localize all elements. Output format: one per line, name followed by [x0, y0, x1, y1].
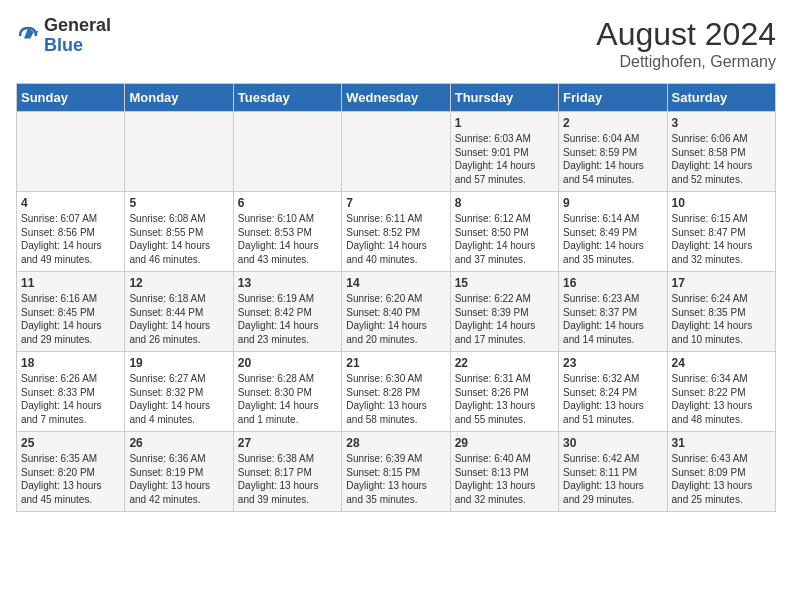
day-info: Sunrise: 6:10 AM Sunset: 8:53 PM Dayligh… [238, 212, 337, 266]
logo-blue-text: Blue [44, 36, 111, 56]
day-cell [233, 112, 341, 192]
day-cell: 1Sunrise: 6:03 AM Sunset: 9:01 PM Daylig… [450, 112, 558, 192]
day-info: Sunrise: 6:08 AM Sunset: 8:55 PM Dayligh… [129, 212, 228, 266]
day-info: Sunrise: 6:43 AM Sunset: 8:09 PM Dayligh… [672, 452, 771, 506]
col-header-tuesday: Tuesday [233, 84, 341, 112]
calendar-table: SundayMondayTuesdayWednesdayThursdayFrid… [16, 83, 776, 512]
col-header-monday: Monday [125, 84, 233, 112]
day-cell: 4Sunrise: 6:07 AM Sunset: 8:56 PM Daylig… [17, 192, 125, 272]
day-info: Sunrise: 6:40 AM Sunset: 8:13 PM Dayligh… [455, 452, 554, 506]
title-block: August 2024 Dettighofen, Germany [596, 16, 776, 71]
logo: General Blue [16, 16, 111, 56]
day-info: Sunrise: 6:12 AM Sunset: 8:50 PM Dayligh… [455, 212, 554, 266]
week-row-5: 25Sunrise: 6:35 AM Sunset: 8:20 PM Dayli… [17, 432, 776, 512]
day-info: Sunrise: 6:32 AM Sunset: 8:24 PM Dayligh… [563, 372, 662, 426]
day-cell: 23Sunrise: 6:32 AM Sunset: 8:24 PM Dayli… [559, 352, 667, 432]
week-row-4: 18Sunrise: 6:26 AM Sunset: 8:33 PM Dayli… [17, 352, 776, 432]
day-cell: 8Sunrise: 6:12 AM Sunset: 8:50 PM Daylig… [450, 192, 558, 272]
day-cell: 9Sunrise: 6:14 AM Sunset: 8:49 PM Daylig… [559, 192, 667, 272]
day-cell: 18Sunrise: 6:26 AM Sunset: 8:33 PM Dayli… [17, 352, 125, 432]
day-number: 30 [563, 436, 662, 450]
day-info: Sunrise: 6:26 AM Sunset: 8:33 PM Dayligh… [21, 372, 120, 426]
day-number: 7 [346, 196, 445, 210]
day-number: 29 [455, 436, 554, 450]
day-cell: 5Sunrise: 6:08 AM Sunset: 8:55 PM Daylig… [125, 192, 233, 272]
day-cell: 14Sunrise: 6:20 AM Sunset: 8:40 PM Dayli… [342, 272, 450, 352]
day-cell: 22Sunrise: 6:31 AM Sunset: 8:26 PM Dayli… [450, 352, 558, 432]
day-cell: 11Sunrise: 6:16 AM Sunset: 8:45 PM Dayli… [17, 272, 125, 352]
day-cell: 28Sunrise: 6:39 AM Sunset: 8:15 PM Dayli… [342, 432, 450, 512]
day-info: Sunrise: 6:15 AM Sunset: 8:47 PM Dayligh… [672, 212, 771, 266]
day-number: 10 [672, 196, 771, 210]
day-cell: 13Sunrise: 6:19 AM Sunset: 8:42 PM Dayli… [233, 272, 341, 352]
location-subtitle: Dettighofen, Germany [596, 53, 776, 71]
day-info: Sunrise: 6:35 AM Sunset: 8:20 PM Dayligh… [21, 452, 120, 506]
day-number: 20 [238, 356, 337, 370]
day-cell: 29Sunrise: 6:40 AM Sunset: 8:13 PM Dayli… [450, 432, 558, 512]
day-info: Sunrise: 6:38 AM Sunset: 8:17 PM Dayligh… [238, 452, 337, 506]
day-info: Sunrise: 6:28 AM Sunset: 8:30 PM Dayligh… [238, 372, 337, 426]
day-cell: 15Sunrise: 6:22 AM Sunset: 8:39 PM Dayli… [450, 272, 558, 352]
day-info: Sunrise: 6:24 AM Sunset: 8:35 PM Dayligh… [672, 292, 771, 346]
day-info: Sunrise: 6:42 AM Sunset: 8:11 PM Dayligh… [563, 452, 662, 506]
day-number: 5 [129, 196, 228, 210]
col-header-saturday: Saturday [667, 84, 775, 112]
day-cell: 2Sunrise: 6:04 AM Sunset: 8:59 PM Daylig… [559, 112, 667, 192]
day-number: 26 [129, 436, 228, 450]
day-info: Sunrise: 6:23 AM Sunset: 8:37 PM Dayligh… [563, 292, 662, 346]
day-cell: 27Sunrise: 6:38 AM Sunset: 8:17 PM Dayli… [233, 432, 341, 512]
col-header-sunday: Sunday [17, 84, 125, 112]
day-cell: 16Sunrise: 6:23 AM Sunset: 8:37 PM Dayli… [559, 272, 667, 352]
day-info: Sunrise: 6:27 AM Sunset: 8:32 PM Dayligh… [129, 372, 228, 426]
day-cell: 10Sunrise: 6:15 AM Sunset: 8:47 PM Dayli… [667, 192, 775, 272]
day-number: 31 [672, 436, 771, 450]
day-number: 18 [21, 356, 120, 370]
day-number: 23 [563, 356, 662, 370]
day-cell [125, 112, 233, 192]
day-number: 24 [672, 356, 771, 370]
day-number: 11 [21, 276, 120, 290]
day-info: Sunrise: 6:20 AM Sunset: 8:40 PM Dayligh… [346, 292, 445, 346]
day-number: 16 [563, 276, 662, 290]
day-cell: 31Sunrise: 6:43 AM Sunset: 8:09 PM Dayli… [667, 432, 775, 512]
day-info: Sunrise: 6:34 AM Sunset: 8:22 PM Dayligh… [672, 372, 771, 426]
day-number: 12 [129, 276, 228, 290]
day-number: 1 [455, 116, 554, 130]
day-number: 21 [346, 356, 445, 370]
day-number: 14 [346, 276, 445, 290]
day-info: Sunrise: 6:22 AM Sunset: 8:39 PM Dayligh… [455, 292, 554, 346]
day-number: 27 [238, 436, 337, 450]
day-cell [17, 112, 125, 192]
page-header: General Blue August 2024 Dettighofen, Ge… [16, 16, 776, 71]
day-cell: 17Sunrise: 6:24 AM Sunset: 8:35 PM Dayli… [667, 272, 775, 352]
week-row-3: 11Sunrise: 6:16 AM Sunset: 8:45 PM Dayli… [17, 272, 776, 352]
day-info: Sunrise: 6:06 AM Sunset: 8:58 PM Dayligh… [672, 132, 771, 186]
day-cell: 19Sunrise: 6:27 AM Sunset: 8:32 PM Dayli… [125, 352, 233, 432]
day-cell: 21Sunrise: 6:30 AM Sunset: 8:28 PM Dayli… [342, 352, 450, 432]
day-info: Sunrise: 6:07 AM Sunset: 8:56 PM Dayligh… [21, 212, 120, 266]
day-cell: 3Sunrise: 6:06 AM Sunset: 8:58 PM Daylig… [667, 112, 775, 192]
day-cell: 6Sunrise: 6:10 AM Sunset: 8:53 PM Daylig… [233, 192, 341, 272]
day-info: Sunrise: 6:31 AM Sunset: 8:26 PM Dayligh… [455, 372, 554, 426]
day-number: 15 [455, 276, 554, 290]
month-year-title: August 2024 [596, 16, 776, 53]
day-number: 4 [21, 196, 120, 210]
col-header-thursday: Thursday [450, 84, 558, 112]
day-info: Sunrise: 6:36 AM Sunset: 8:19 PM Dayligh… [129, 452, 228, 506]
day-cell: 24Sunrise: 6:34 AM Sunset: 8:22 PM Dayli… [667, 352, 775, 432]
day-info: Sunrise: 6:39 AM Sunset: 8:15 PM Dayligh… [346, 452, 445, 506]
day-number: 2 [563, 116, 662, 130]
day-info: Sunrise: 6:11 AM Sunset: 8:52 PM Dayligh… [346, 212, 445, 266]
day-cell: 26Sunrise: 6:36 AM Sunset: 8:19 PM Dayli… [125, 432, 233, 512]
day-number: 9 [563, 196, 662, 210]
day-cell: 25Sunrise: 6:35 AM Sunset: 8:20 PM Dayli… [17, 432, 125, 512]
day-cell: 20Sunrise: 6:28 AM Sunset: 8:30 PM Dayli… [233, 352, 341, 432]
day-cell [342, 112, 450, 192]
day-info: Sunrise: 6:16 AM Sunset: 8:45 PM Dayligh… [21, 292, 120, 346]
col-header-friday: Friday [559, 84, 667, 112]
day-cell: 30Sunrise: 6:42 AM Sunset: 8:11 PM Dayli… [559, 432, 667, 512]
day-number: 19 [129, 356, 228, 370]
day-number: 22 [455, 356, 554, 370]
day-info: Sunrise: 6:18 AM Sunset: 8:44 PM Dayligh… [129, 292, 228, 346]
day-info: Sunrise: 6:30 AM Sunset: 8:28 PM Dayligh… [346, 372, 445, 426]
